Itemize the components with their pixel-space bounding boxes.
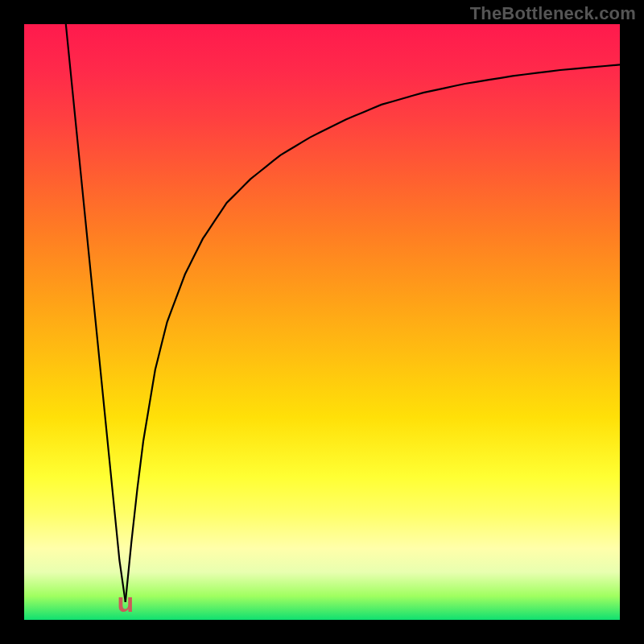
curve-svg xyxy=(24,24,620,620)
chart-frame: TheBottleneck.com u xyxy=(0,0,644,644)
plot-area: u xyxy=(24,24,620,620)
watermark-text: TheBottleneck.com xyxy=(470,3,636,24)
left-branch-path xyxy=(66,24,126,602)
right-branch-path xyxy=(126,64,620,601)
minimum-marker: u xyxy=(111,590,140,614)
